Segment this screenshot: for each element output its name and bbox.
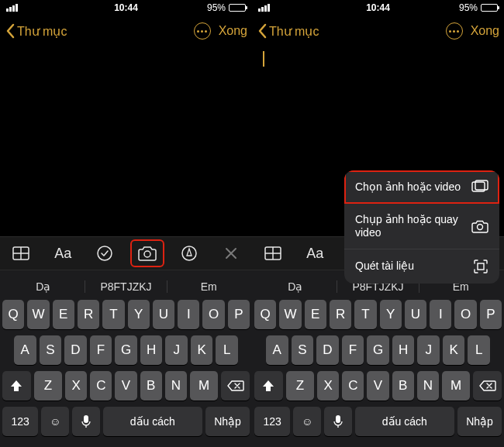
key-f[interactable]: F (90, 335, 112, 365)
status-time: 10:44 (252, 2, 504, 13)
menu-take-photo[interactable]: Chụp ảnh hoặc quay video (344, 204, 499, 249)
suggestion-1[interactable]: Dạ (254, 280, 337, 293)
key-l[interactable]: L (216, 335, 238, 365)
key-t[interactable]: T (354, 300, 376, 329)
key-g[interactable]: G (367, 335, 389, 365)
camera-menu: Chọn ảnh hoặc video Chụp ảnh hoặc quay v… (344, 170, 499, 284)
key-y[interactable]: Y (380, 300, 402, 329)
return-key[interactable]: Nhập (457, 407, 502, 436)
key-o[interactable]: O (454, 300, 476, 329)
battery-icon (481, 4, 498, 12)
key-n[interactable]: N (417, 371, 439, 401)
shift-key[interactable] (254, 371, 283, 401)
checklist-button[interactable] (89, 241, 120, 266)
note-body[interactable]: Chọn ảnh hoặc video Chụp ảnh hoặc quay v… (252, 46, 504, 236)
done-button[interactable]: Xong (471, 24, 499, 38)
key-q[interactable]: Q (254, 300, 276, 329)
mic-key[interactable] (72, 407, 100, 436)
markup-button[interactable] (174, 241, 205, 266)
key-h[interactable]: H (140, 335, 163, 365)
key-m[interactable]: M (442, 371, 471, 401)
key-r[interactable]: R (330, 300, 351, 329)
emoji-key[interactable]: ☺ (41, 407, 69, 436)
key-row-2: ASDFGHJKL (254, 335, 502, 365)
key-c[interactable]: C (342, 371, 364, 401)
key-u[interactable]: U (153, 300, 174, 329)
more-button[interactable] (446, 22, 463, 40)
done-button[interactable]: Xong (219, 24, 247, 38)
suggestion-1[interactable]: Dạ (2, 280, 85, 293)
key-i[interactable]: I (178, 300, 199, 329)
space-key[interactable]: dấu cách (103, 407, 202, 436)
key-q[interactable]: Q (2, 300, 24, 329)
menu-scan-doc[interactable]: Quét tài liệu (344, 249, 499, 284)
key-l[interactable]: L (468, 335, 490, 365)
key-d[interactable]: D (64, 335, 87, 365)
close-toolbar-button[interactable] (216, 241, 247, 266)
key-b[interactable]: B (392, 371, 414, 401)
key-s[interactable]: S (40, 335, 62, 365)
note-body[interactable] (0, 46, 252, 236)
key-row-2: ASDFGHJKL (2, 335, 250, 365)
key-m[interactable]: M (190, 371, 219, 401)
numbers-key[interactable]: 123 (2, 407, 38, 436)
key-u[interactable]: U (405, 300, 426, 329)
numbers-key[interactable]: 123 (254, 407, 290, 436)
format-button[interactable]: Aa (299, 241, 330, 266)
key-y[interactable]: Y (128, 300, 150, 329)
key-j[interactable]: J (165, 335, 188, 365)
key-x[interactable]: X (317, 371, 339, 401)
key-z[interactable]: Z (286, 371, 315, 401)
shift-key[interactable] (2, 371, 31, 401)
back-button[interactable]: Thư mục (5, 23, 67, 39)
menu-choose-label: Chọn ảnh hoặc video (355, 181, 461, 194)
suggestion-3[interactable]: Em (167, 280, 250, 293)
back-button[interactable]: Thư mục (257, 23, 319, 39)
key-r[interactable]: R (78, 300, 99, 329)
key-w[interactable]: W (27, 300, 49, 329)
key-h[interactable]: H (392, 335, 415, 365)
key-w[interactable]: W (279, 300, 301, 329)
key-g[interactable]: G (115, 335, 137, 365)
mic-key[interactable] (324, 407, 352, 436)
key-e[interactable]: E (305, 300, 326, 329)
key-p[interactable]: P (228, 300, 250, 329)
key-p[interactable]: P (480, 300, 502, 329)
key-a[interactable]: A (14, 335, 36, 365)
format-button[interactable]: Aa (47, 241, 78, 266)
key-e[interactable]: E (53, 300, 74, 329)
key-v[interactable]: V (115, 371, 136, 401)
nav-bar: Thư mục Xong (0, 15, 252, 46)
more-button[interactable] (194, 22, 211, 40)
key-t[interactable]: T (102, 300, 124, 329)
key-s[interactable]: S (292, 335, 314, 365)
camera-button[interactable] (132, 241, 163, 266)
key-f[interactable]: F (342, 335, 364, 365)
key-o[interactable]: O (202, 300, 224, 329)
key-v[interactable]: V (367, 371, 388, 401)
return-key[interactable]: Nhập (205, 407, 250, 436)
suggestion-2[interactable]: P8FTJZKJ (85, 280, 167, 293)
space-key[interactable]: dấu cách (355, 407, 454, 436)
key-a[interactable]: A (266, 335, 288, 365)
menu-scan-label: Quét tài liệu (355, 260, 414, 273)
emoji-key[interactable]: ☺ (293, 407, 321, 436)
nav-bar: Thư mục Xong (252, 15, 504, 46)
gallery-icon (471, 180, 488, 194)
key-i[interactable]: I (430, 300, 451, 329)
backspace-key[interactable] (473, 371, 502, 401)
table-button[interactable] (257, 241, 288, 266)
table-button[interactable] (5, 241, 36, 266)
menu-choose-photo[interactable]: Chọn ảnh hoặc video (344, 170, 499, 204)
backspace-key[interactable] (221, 371, 250, 401)
key-k[interactable]: K (191, 335, 213, 365)
left-pane: 10:44 95% Thư mục Xong Aa Dạ P8FTJZKJ Em… (0, 0, 252, 447)
key-k[interactable]: K (443, 335, 465, 365)
key-n[interactable]: N (165, 371, 187, 401)
key-c[interactable]: C (90, 371, 112, 401)
key-x[interactable]: X (65, 371, 87, 401)
key-z[interactable]: Z (34, 371, 63, 401)
key-d[interactable]: D (316, 335, 339, 365)
key-j[interactable]: J (417, 335, 440, 365)
key-b[interactable]: B (140, 371, 162, 401)
